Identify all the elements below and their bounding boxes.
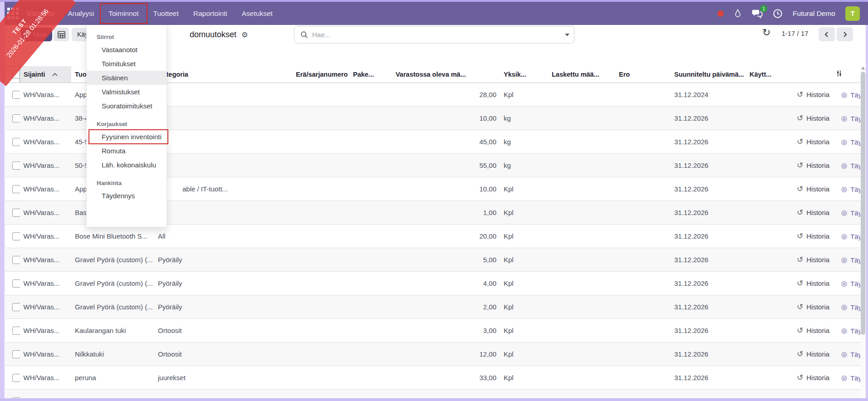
table-row[interactable]: WH/Varas...Bose Mini Bluetooth S...All20…	[5, 225, 861, 248]
history-button[interactable]: ↺Historia	[797, 255, 829, 264]
search-options-toggle[interactable]	[560, 26, 574, 43]
row-checkbox[interactable]	[12, 161, 20, 170]
column-header-kategoria[interactable]: Kategoria	[154, 66, 292, 83]
row-checkbox[interactable]	[12, 114, 20, 122]
menu-item-valmistukset[interactable]: Valmistukset	[87, 85, 167, 99]
select-all-checkbox[interactable]	[12, 70, 20, 78]
apply-button[interactable]: ◎Täytä	[841, 114, 860, 122]
menu-item-toimitukset[interactable]: Toimitukset	[87, 57, 167, 71]
column-header-yksik[interactable]: Yksik...	[500, 66, 548, 83]
nav-item-tuotteet[interactable]: Tuotteet	[147, 5, 185, 22]
menu-item-vastaanotot[interactable]: Vastaanotot	[87, 43, 167, 57]
column-header-laskettu-mää[interactable]: Laskettu mää...	[548, 66, 615, 83]
apply-button[interactable]: ◎Täytä	[841, 138, 860, 146]
history-button[interactable]: ↺Historia	[797, 231, 829, 241]
menu-item-suoratoimitukset[interactable]: Suoratoimitukset	[87, 99, 167, 113]
cell-suunniteltu-paivamaara: 31.12.2026	[671, 342, 746, 366]
column-header-varastossa-oleva-mä[interactable]: Varastossa oleva mä...	[392, 66, 500, 83]
cell-kayttaja	[746, 342, 793, 366]
menu-item-romuta[interactable]: Romuta	[87, 144, 167, 158]
row-checkbox[interactable]	[12, 185, 20, 193]
avatar[interactable]: T	[845, 6, 860, 21]
apps-grid-icon[interactable]	[7, 8, 19, 19]
menu-section-siirrot: SiirrotVastaanototToimituksetSisäinenVal…	[87, 31, 167, 113]
list-view-toggle-button[interactable]	[54, 28, 69, 41]
history-button[interactable]: ↺Historia	[797, 137, 829, 147]
toiminnot-dropdown: SiirrotVastaanototToimituksetSisäinenVal…	[86, 25, 167, 227]
user-menu[interactable]: Futural Demo	[793, 10, 835, 18]
row-select-cell	[5, 295, 20, 319]
apply-button[interactable]: ◎Täytä	[841, 374, 860, 382]
apply-button[interactable]: ◎Täytä	[841, 327, 860, 335]
row-checkbox[interactable]	[12, 327, 20, 335]
row-checkbox[interactable]	[12, 303, 20, 311]
nav-item-analyysi[interactable]: Analyysi	[61, 5, 100, 22]
row-checkbox[interactable]	[12, 374, 20, 382]
history-button[interactable]: ↺Historia	[797, 373, 829, 382]
column-header-suunniteltu-päivämä[interactable]: Suunniteltu päivämä...	[671, 66, 746, 83]
column-header-erä-sarjanumero[interactable]: Erä/sarjanumero	[292, 66, 349, 83]
row-checkbox[interactable]	[12, 350, 20, 358]
app-name[interactable]: Varasto	[26, 9, 54, 18]
history-button[interactable]: ↺Historia	[797, 349, 829, 359]
row-checkbox[interactable]	[12, 209, 20, 217]
pager-previous-button[interactable]	[819, 27, 835, 41]
search-input[interactable]: Hae...	[294, 26, 574, 44]
column-header-sijainti[interactable]: Sijainti	[20, 66, 72, 83]
cell-kategoria: Pyöräily	[154, 272, 292, 295]
history-button[interactable]: ↺Historia	[797, 161, 829, 170]
table-row[interactable]: WH/Varas...Gravel Pyörä (custom) (...Pyö…	[5, 295, 861, 319]
menu-item-täydennys[interactable]: Täydennys	[87, 189, 167, 203]
adjust-columns-icon[interactable]	[835, 69, 843, 78]
row-checkbox[interactable]	[12, 138, 20, 146]
column-header-12[interactable]	[793, 66, 860, 83]
history-button[interactable]: ↺Historia	[797, 279, 829, 288]
apply-button[interactable]: ◎Täytä	[841, 256, 860, 264]
history-button[interactable]: ↺Historia	[797, 302, 829, 312]
history-button[interactable]: ↺Historia	[797, 113, 829, 123]
menu-item-sisäinen[interactable]: Sisäinen	[87, 71, 167, 85]
row-checkbox[interactable]	[12, 232, 20, 240]
history-button[interactable]: ↺Historia	[797, 184, 829, 194]
nav-item-toiminnot[interactable]: Toiminnot	[102, 5, 145, 22]
history-button[interactable]: ↺Historia	[797, 90, 829, 99]
table-row[interactable]: WH/Varas...Kaularangan tukiOrtoosit3,00K…	[5, 319, 861, 342]
pager-next-button[interactable]	[837, 27, 853, 41]
apply-button[interactable]: ◎Täytä	[841, 91, 860, 99]
column-header-ero[interactable]: Ero	[615, 66, 671, 83]
new-button[interactable]: Uusi	[21, 28, 52, 41]
drop-icon[interactable]	[734, 9, 742, 18]
row-checkbox[interactable]	[12, 279, 20, 288]
apply-button[interactable]: ◎Täytä	[841, 161, 860, 170]
history-button[interactable]: ↺Historia	[797, 326, 829, 335]
history-icon: ↺	[797, 208, 803, 217]
scrollbar-up-arrow[interactable]	[861, 67, 865, 69]
refresh-icon[interactable]: ↻	[762, 27, 770, 39]
column-header-pake[interactable]: Pake...	[349, 66, 392, 83]
table-row[interactable]: WH/Varas...NilkkatukiOrtoosit12,00Kpl31.…	[5, 342, 861, 366]
row-checkbox[interactable]	[12, 91, 20, 99]
table-row[interactable]: WH/Varas...Gravel Pyörä (custom) (...Pyö…	[5, 248, 861, 272]
cell-tuote: Gravel Pyörä (custom) (...	[71, 295, 154, 319]
gear-icon[interactable]: ⚙	[241, 30, 248, 39]
table-row[interactable]: WH/Varas...Gravel Pyörä (custom) (...Pyö…	[5, 272, 861, 295]
menu-item-läh-kokonaiskulu[interactable]: Läh. kokonaiskulu	[87, 158, 167, 172]
apply-button[interactable]: ◎Täytä	[841, 279, 860, 288]
table-row[interactable]: WH/Varas...perunajuurekset33,00Kpl31.12.…	[5, 366, 861, 390]
apply-button[interactable]: ◎Täytä	[841, 185, 860, 193]
messages-icon[interactable]: 1	[752, 9, 763, 19]
row-checkbox[interactable]	[12, 256, 20, 264]
select-all-header[interactable]	[5, 66, 20, 83]
apply-button[interactable]: ◎Täytä	[841, 303, 860, 311]
scrollbar-thumb[interactable]	[861, 72, 865, 335]
cell-varastossa-maara: 10,00	[392, 177, 500, 201]
history-button[interactable]: ↺Historia	[797, 208, 829, 217]
apply-button[interactable]: ◎Täytä	[841, 350, 860, 358]
nav-item-asetukset[interactable]: Asetukset	[235, 5, 279, 22]
apply-button[interactable]: ◎Täytä	[841, 209, 860, 217]
nav-item-raportointi[interactable]: Raportointi	[187, 5, 234, 22]
activities-clock-icon[interactable]	[773, 9, 783, 19]
apply-button[interactable]: ◎Täytä	[841, 232, 860, 240]
menu-item-fyysinen-inventointi[interactable]: Fyysinen inventointi	[87, 130, 167, 144]
column-header-käytt[interactable]: Käytt...	[746, 66, 793, 83]
